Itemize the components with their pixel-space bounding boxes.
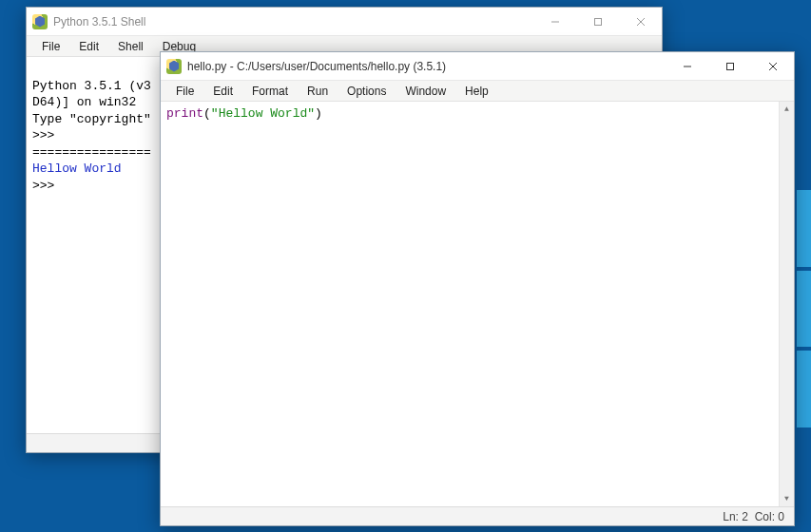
shell-line-hint: Type "copyright" <box>32 112 151 126</box>
desktop-edge-decoration <box>797 190 811 428</box>
close-button[interactable] <box>751 52 794 80</box>
svg-rect-1 <box>594 18 601 25</box>
editor-statusbar: Ln: 2 Col: 0 <box>161 506 794 525</box>
close-icon <box>636 17 646 27</box>
editor-menubar: File Edit Format Run Options Window Help <box>161 81 794 102</box>
scroll-up-button[interactable]: ▲ <box>780 102 794 117</box>
minimize-button[interactable] <box>666 52 708 80</box>
menu-edit[interactable]: Edit <box>69 38 108 55</box>
maximize-icon <box>593 17 603 27</box>
editor-window-controls <box>666 52 794 80</box>
code-string: "Hellow World" <box>211 106 315 121</box>
code-close-paren: ) <box>315 106 322 121</box>
shell-prompt: >>> <box>32 179 54 193</box>
menu-shell[interactable]: Shell <box>108 38 153 55</box>
code-open-paren: ( <box>203 106 211 121</box>
editor-window: hello.py - C:/Users/user/Documents/hello… <box>160 51 795 526</box>
menu-edit[interactable]: Edit <box>203 83 242 100</box>
scroll-down-button[interactable]: ▼ <box>780 491 794 506</box>
minimize-icon <box>683 62 692 71</box>
menu-options[interactable]: Options <box>338 83 396 100</box>
menu-file[interactable]: File <box>32 38 69 55</box>
maximize-button[interactable] <box>576 8 619 35</box>
python-icon <box>166 59 182 74</box>
status-col-label: Col: <box>755 510 775 523</box>
editor-content[interactable]: print("Hellow World") ▲ ▼ <box>161 102 794 506</box>
menu-help[interactable]: Help <box>455 83 498 100</box>
shell-divider: ================ <box>32 145 151 160</box>
editor-titlebar[interactable]: hello.py - C:/Users/user/Documents/hello… <box>161 52 794 81</box>
status-ln-value: 2 <box>742 510 748 523</box>
close-button[interactable] <box>619 8 662 35</box>
shell-title: Python 3.5.1 Shell <box>53 15 145 28</box>
shell-output: Hellow World <box>32 162 122 176</box>
python-icon <box>32 14 48 29</box>
status-col-value: 0 <box>778 510 784 523</box>
shell-window-controls <box>533 8 662 35</box>
shell-line-version: Python 3.5.1 (v3 <box>32 79 159 93</box>
shell-prompt: >>> <box>32 128 54 142</box>
svg-rect-5 <box>726 63 733 69</box>
editor-scrollbar[interactable]: ▲ ▼ <box>779 102 794 506</box>
close-icon <box>768 62 778 71</box>
code-func: print <box>166 106 203 121</box>
menu-file[interactable]: File <box>166 83 203 100</box>
maximize-button[interactable] <box>708 52 751 80</box>
menu-format[interactable]: Format <box>242 83 298 100</box>
shell-titlebar[interactable]: Python 3.5.1 Shell <box>27 8 662 36</box>
maximize-icon <box>725 62 735 71</box>
menu-window[interactable]: Window <box>396 83 455 100</box>
editor-title: hello.py - C:/Users/user/Documents/hello… <box>187 60 446 73</box>
minimize-icon <box>550 17 560 27</box>
minimize-button[interactable] <box>533 8 576 35</box>
status-ln-label: Ln: <box>723 510 739 523</box>
shell-line-platform: D64)] on win32 <box>32 95 136 109</box>
menu-run[interactable]: Run <box>298 83 338 100</box>
